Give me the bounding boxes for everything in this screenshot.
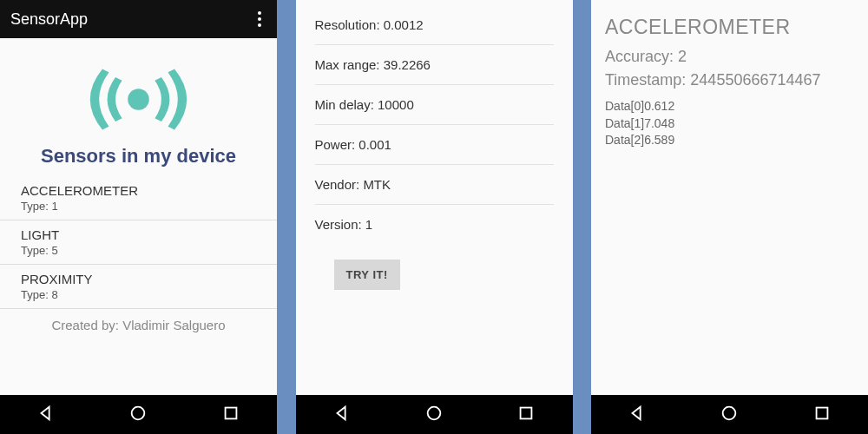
- svg-point-5: [723, 406, 736, 419]
- svg-point-0: [128, 89, 149, 110]
- android-nav-bar: [0, 395, 277, 434]
- detail-resolution: Resolution: 0.0012: [315, 5, 554, 45]
- data-1: Data[1]7.048: [605, 115, 854, 133]
- nav-home-icon[interactable]: [111, 398, 165, 431]
- hero: Sensors in my device: [0, 38, 277, 176]
- sensor-name: PROXIMITY: [21, 272, 263, 286]
- screen-sensor-detail: Resolution: 0.0012 Max range: 39.2266 Mi…: [296, 0, 573, 434]
- reading-accuracy: Accuracy: 2: [605, 48, 854, 66]
- page-title: Sensors in my device: [0, 145, 277, 168]
- list-item[interactable]: PROXIMITY Type: 8: [0, 265, 277, 309]
- app-bar: SensorApp: [0, 0, 277, 38]
- screen2-content: Resolution: 0.0012 Max range: 39.2266 Mi…: [296, 0, 573, 395]
- screen-sensor-list: SensorApp Sensors in my device: [0, 0, 277, 434]
- sensor-name: LIGHT: [21, 227, 263, 242]
- list-item[interactable]: ACCELEROMETER Type: 1: [0, 176, 277, 220]
- android-nav-bar: [591, 395, 868, 434]
- detail-min-delay: Min delay: 10000: [315, 85, 554, 125]
- svg-rect-6: [816, 407, 827, 418]
- app-title: SensorApp: [10, 10, 88, 29]
- sensor-name: ACCELEROMETER: [21, 183, 263, 198]
- reading-timestamp: Timestamp: 244550666714467: [605, 71, 854, 89]
- detail-vendor: Vendor: MTK: [315, 165, 554, 205]
- nav-back-icon[interactable]: [610, 398, 664, 431]
- sensor-type: Type: 8: [21, 288, 263, 301]
- nav-home-icon[interactable]: [407, 398, 461, 431]
- data-2: Data[2]6.589: [605, 132, 854, 149]
- reading-sensor-name: ACCELEROMETER: [605, 16, 854, 39]
- sensor-type: Type: 1: [21, 200, 263, 213]
- try-it-button[interactable]: TRY IT!: [334, 260, 400, 290]
- reading-data: Data[0]0.612 Data[1]7.048 Data[2]6.589: [605, 98, 854, 149]
- android-nav-bar: [296, 395, 573, 434]
- detail-power: Power: 0.001: [315, 125, 554, 165]
- screen-sensor-readings: ACCELEROMETER Accuracy: 2 Timestamp: 244…: [591, 0, 868, 434]
- nav-back-icon[interactable]: [19, 398, 73, 431]
- nav-recents-icon[interactable]: [499, 398, 553, 431]
- sensor-list: ACCELEROMETER Type: 1 LIGHT Type: 5 PROX…: [0, 176, 277, 309]
- nav-back-icon[interactable]: [315, 398, 369, 431]
- list-item[interactable]: LIGHT Type: 5: [0, 220, 277, 265]
- sensor-type: Type: 5: [21, 244, 263, 257]
- credit-text: Created by: Vladimir Salguero: [0, 309, 277, 341]
- svg-rect-4: [521, 407, 532, 418]
- nav-recents-icon[interactable]: [204, 398, 258, 431]
- broadcast-icon: [0, 62, 277, 140]
- detail-max-range: Max range: 39.2266: [315, 45, 554, 85]
- screen3-content: ACCELEROMETER Accuracy: 2 Timestamp: 244…: [591, 0, 868, 395]
- detail-version: Version: 1: [315, 205, 554, 244]
- nav-recents-icon[interactable]: [795, 398, 849, 431]
- screen1-content: Sensors in my device ACCELEROMETER Type:…: [0, 38, 277, 395]
- nav-home-icon[interactable]: [702, 398, 756, 431]
- svg-point-1: [132, 406, 145, 419]
- svg-point-3: [428, 406, 441, 419]
- overflow-menu-icon[interactable]: [253, 6, 266, 32]
- svg-rect-2: [225, 407, 236, 418]
- data-0: Data[0]0.612: [605, 98, 854, 115]
